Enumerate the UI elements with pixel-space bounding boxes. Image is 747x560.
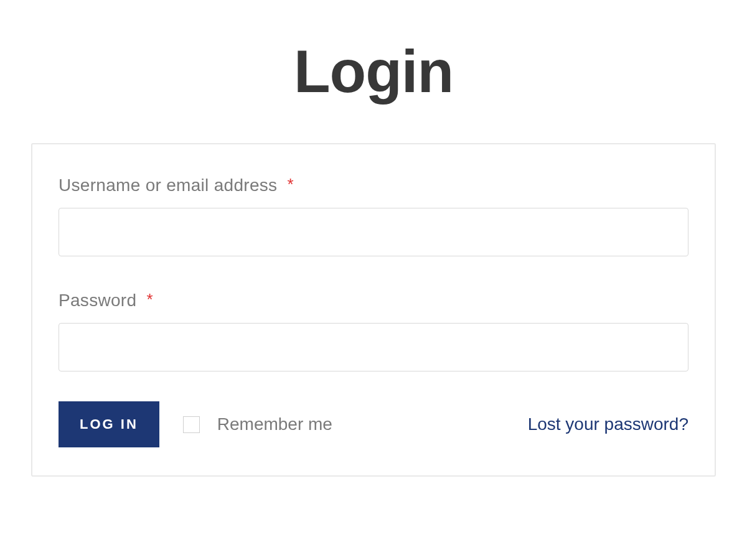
username-label: Username or email address * xyxy=(59,175,688,195)
actions-row: LOG IN Remember me Lost your password? xyxy=(59,401,688,447)
login-form: Username or email address * Password * L… xyxy=(31,143,716,477)
password-field-group: Password * xyxy=(59,291,688,371)
remember-me-wrap[interactable]: Remember me xyxy=(183,414,332,434)
login-button[interactable]: LOG IN xyxy=(59,401,159,447)
password-label-text: Password xyxy=(59,291,136,310)
username-label-text: Username or email address xyxy=(59,175,277,195)
username-input[interactable] xyxy=(59,208,688,256)
required-asterisk-icon: * xyxy=(146,290,153,309)
actions-left: LOG IN Remember me xyxy=(59,401,332,447)
login-page: Login Username or email address * Passwo… xyxy=(0,0,747,508)
required-asterisk-icon: * xyxy=(288,175,294,194)
remember-me-checkbox[interactable] xyxy=(183,416,200,433)
page-title: Login xyxy=(31,37,716,106)
password-label: Password * xyxy=(59,291,688,310)
lost-password-link[interactable]: Lost your password? xyxy=(528,414,688,434)
username-field-group: Username or email address * xyxy=(59,175,688,256)
remember-me-label: Remember me xyxy=(217,414,332,434)
password-input[interactable] xyxy=(59,323,688,371)
